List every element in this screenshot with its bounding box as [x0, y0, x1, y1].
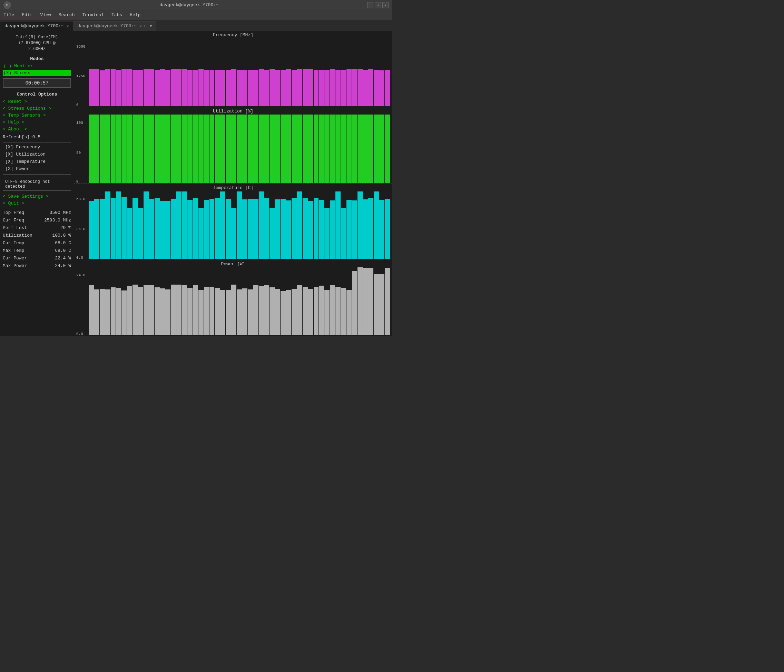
bar	[171, 199, 176, 259]
cb-utilization[interactable]: [X] Utilization	[5, 151, 68, 158]
bar	[292, 198, 297, 259]
menu-tabs[interactable]: Tabs	[110, 12, 123, 18]
tab-2-label: daygeek@daygeek-Y700:~	[77, 23, 137, 29]
bar	[149, 69, 154, 106]
utilization-chart-title: Utilization [%]	[76, 109, 390, 114]
top-freq-label: Top Freq	[3, 209, 24, 217]
bar	[231, 115, 236, 183]
bar	[253, 199, 258, 259]
bar	[379, 70, 384, 107]
tab-2-close[interactable]: ✕	[139, 24, 142, 28]
bar	[259, 69, 264, 106]
cpu-line3: 2.60GHz	[28, 47, 45, 51]
bar	[379, 115, 384, 183]
tab-1[interactable]: daygeek@daygeek-Y700:~ ✕	[0, 21, 73, 31]
bar	[286, 115, 291, 183]
bar	[165, 289, 171, 335]
bar	[374, 70, 379, 106]
tab-2[interactable]: daygeek@daygeek-Y700:~ ✕ □ ▼	[73, 21, 156, 31]
bar	[237, 115, 242, 183]
ctrl-help[interactable]: < Help >	[3, 120, 71, 125]
bar	[363, 70, 368, 106]
mode-monitor[interactable]: ( ) Monitor	[3, 63, 71, 69]
bar	[220, 290, 226, 335]
cb-power[interactable]: [X] Power	[5, 166, 68, 173]
utilization-chart-body: 100 50 0	[76, 115, 390, 183]
bar	[160, 289, 165, 335]
bar	[132, 115, 138, 183]
top-freq-val: 3500 MHz	[50, 209, 71, 217]
bar	[280, 199, 286, 259]
bar	[165, 70, 171, 106]
utilization-label: Utilization	[3, 232, 33, 239]
tab-2-expand[interactable]: □	[145, 24, 147, 29]
bar	[215, 288, 220, 335]
bar	[204, 287, 209, 335]
stat-cur-freq: Cur Freq 2593.0 MHz	[3, 217, 71, 224]
bar	[132, 70, 138, 107]
bar	[352, 271, 357, 335]
bar	[94, 199, 100, 259]
bar	[138, 287, 143, 335]
bar	[231, 69, 236, 106]
bar	[368, 115, 373, 183]
menu-file[interactable]: File	[2, 12, 16, 18]
tab-2-arrow[interactable]: ▼	[150, 24, 152, 29]
bar	[187, 115, 193, 183]
bar	[198, 115, 204, 183]
cur-freq-label: Cur Freq	[3, 217, 24, 224]
maximize-button[interactable]: □	[375, 2, 381, 8]
ctrl-reset[interactable]: < Reset >	[3, 99, 71, 104]
perf-lost-val: 29 %	[61, 224, 71, 232]
menu-search[interactable]: Search	[57, 12, 76, 18]
bar	[111, 198, 116, 259]
bar	[269, 287, 275, 335]
save-settings-btn[interactable]: < Save Settings >	[3, 194, 71, 199]
bar	[385, 268, 390, 335]
bar	[259, 191, 264, 259]
mode-stress[interactable]: (X) Stress	[3, 70, 71, 76]
bar	[308, 115, 313, 183]
bar	[324, 70, 330, 107]
bar	[253, 70, 258, 106]
bar	[324, 115, 330, 183]
cur-freq-val: 2593.0 MHz	[44, 217, 71, 224]
bar	[116, 70, 121, 106]
menu-help[interactable]: Help	[128, 12, 142, 18]
bar	[100, 289, 105, 335]
bar	[138, 115, 143, 183]
menu-view[interactable]: View	[39, 12, 52, 18]
bar	[231, 285, 236, 335]
stat-max-temp: Max Temp 68.0 C	[3, 247, 71, 255]
ctrl-stress[interactable]: < Stress Options >	[3, 106, 71, 112]
cur-temp-val: 68.0 C	[55, 239, 71, 247]
bar	[138, 208, 143, 259]
tab-1-close[interactable]: ✕	[67, 24, 69, 28]
bar	[155, 70, 160, 106]
bar	[116, 288, 121, 335]
close-button[interactable]: ✕	[382, 2, 389, 8]
ctrl-about[interactable]: < About >	[3, 126, 71, 132]
bar	[280, 115, 286, 183]
util-y-bot: 0	[76, 179, 79, 183]
bar	[89, 115, 94, 183]
bar	[286, 200, 291, 259]
ctrl-temp[interactable]: < Temp Sensors >	[3, 112, 71, 118]
minimize-button[interactable]: –	[367, 2, 373, 8]
bar	[127, 286, 132, 335]
bar	[242, 70, 247, 106]
cb-temperature[interactable]: [X] Temperature	[5, 158, 68, 166]
bar	[358, 191, 362, 259]
bar	[176, 115, 182, 183]
menu-terminal[interactable]: Terminal	[81, 12, 105, 18]
bar	[269, 115, 275, 183]
bar	[358, 115, 362, 183]
bar	[259, 115, 264, 183]
cb-frequency[interactable]: [X] Frequency	[5, 144, 68, 151]
bar	[314, 70, 319, 106]
bar	[275, 289, 280, 335]
bar	[100, 199, 105, 259]
quit-btn[interactable]: < Quit >	[3, 201, 71, 206]
frequency-bars	[89, 38, 390, 106]
menu-edit[interactable]: Edit	[20, 12, 34, 18]
